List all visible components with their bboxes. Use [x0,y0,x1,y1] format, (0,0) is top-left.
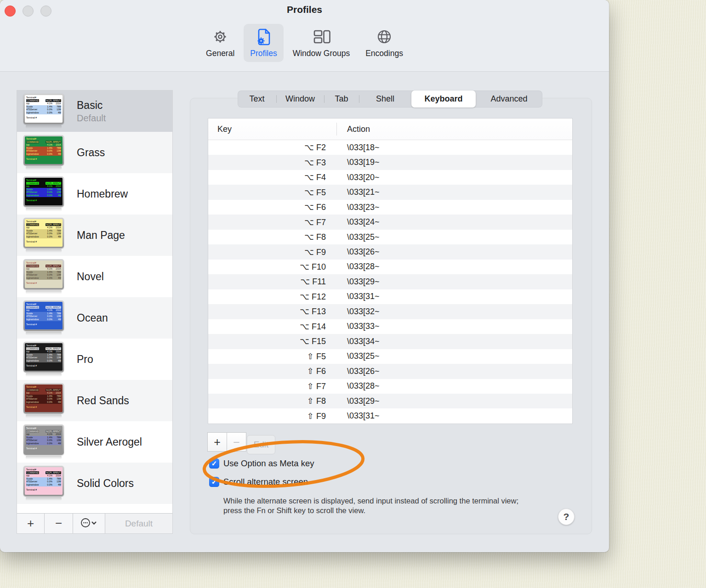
action-column-header: Action [337,124,572,134]
table-row[interactable]: ⌥ F14\033[33~ [208,319,572,334]
profile-tabs: Text Window Tab Shell Keyboard Advanced [238,90,542,107]
table-row[interactable]: ⌥ F15\033[34~ [208,334,572,349]
toolbar-item-encodings[interactable]: Encodings [359,24,410,62]
use-option-as-meta-checkbox[interactable]: ✓ [209,458,219,469]
sidebar-profile-ocean[interactable]: Terminal#COMMAND%CPURPRVTtop4.1%231KXcod… [17,297,172,339]
profile-thumbnail: Terminal#COMMAND%CPURPRVTtop4.1%231KXcod… [23,424,64,459]
key-cell: ⇧ F5 [208,351,337,362]
key-cell: ⇧ F8 [208,396,337,406]
table-row[interactable]: ⌥ F8\033[25~ [208,230,572,244]
action-cell: \033[26~ [337,247,572,257]
profile-name: Homebrew [77,188,128,200]
binding-buttons: + − [207,432,246,452]
sidebar-footer: + − Default [17,513,172,533]
sidebar-profile-homebrew[interactable]: Terminal#COMMAND%CPURPRVTtop4.1%231KXcod… [17,173,172,215]
tab-tab[interactable]: Tab [324,90,359,107]
window-title: Profiles [0,4,609,15]
toolbar-label: Encodings [365,49,403,58]
table-row[interactable]: ⌥ F6\033[23~ [208,200,572,215]
tab-window[interactable]: Window [276,90,324,107]
gear-icon [211,27,229,47]
sidebar-profile-pro[interactable]: Terminal#COMMAND%CPURPRVTtop4.1%231KXcod… [17,339,172,380]
sidebar-profile-basic[interactable]: Terminal#COMMAND%CPURPRVTtop4.1%231KXcod… [17,90,172,132]
key-cell: ⇧ F6 [208,366,337,376]
action-cell: \033[25~ [337,232,572,242]
table-row[interactable]: ⇧ F7\033[28~ [208,379,572,394]
key-cell: ⌥ F10 [208,262,337,272]
profile-thumbnail: Terminal#COMMAND%CPURPRVTtop4.1%231KXcod… [23,176,64,211]
action-cell: \033[26~ [337,367,572,376]
scroll-alternate-screen-checkbox-row: ✓ Scroll alternate screen [209,477,308,487]
action-cell: \033[18~ [337,143,572,153]
edit-binding-button[interactable]: Edit [247,435,275,454]
table-row[interactable]: ⇧ F8\033[29~ [208,394,572,408]
table-row[interactable]: ⌥ F3\033[19~ [208,155,572,170]
sidebar-profile-red-sands[interactable]: Terminal#COMMAND%CPURPRVTtop4.1%231KXcod… [17,380,172,421]
tab-text[interactable]: Text [238,90,276,107]
toolbar-label: Window Groups [293,49,350,58]
table-row[interactable]: ⌥ F4\033[20~ [208,170,572,185]
action-cell: \033[28~ [337,262,572,271]
sidebar-profile-grass[interactable]: Terminal#COMMAND%CPURPRVTtop4.1%231KXcod… [17,132,172,173]
profile-name: Pro [77,353,93,366]
profile-name: Ocean [77,312,108,324]
checkbox-label: Use Option as Meta key [223,458,314,469]
profile-thumbnail: Terminal#COMMAND%CPURPRVTtop4.1%231KXcod… [23,259,64,294]
table-row[interactable]: ⌥ F10\033[28~ [208,260,572,274]
toolbar: General [0,24,609,62]
use-option-as-meta-checkbox-row: ✓ Use Option as Meta key [209,458,314,469]
key-bindings-table: Key Action ⌥ F2\033[18~⌥ F3\033[19~⌥ F4\… [208,119,572,424]
key-cell: ⌥ F14 [208,322,337,332]
profile-name: Novel [77,271,104,283]
key-cell: ⌥ F8 [208,232,337,242]
preferences-window: Profiles [0,0,609,552]
window-groups-icon [311,27,331,47]
remove-binding-button[interactable]: − [227,432,246,452]
table-body: ⌥ F2\033[18~⌥ F3\033[19~⌥ F4\033[20~⌥ F5… [208,140,572,424]
key-cell: ⌥ F7 [208,217,337,227]
add-binding-button[interactable]: + [207,432,227,452]
toolbar-item-profiles[interactable]: Profiles [244,24,283,62]
profile-subtitle: Default [77,113,106,124]
sidebar-profile-solid-colors[interactable]: Terminal#COMMAND%CPURPRVTtop4.1%231KXcod… [17,463,172,504]
table-row[interactable]: ⌥ F9\033[26~ [208,244,572,259]
action-cell: \033[28~ [337,381,572,391]
table-row[interactable]: ⇧ F9\033[31~ [208,408,572,423]
add-profile-button[interactable]: + [17,514,45,533]
action-cell: \033[21~ [337,187,572,197]
table-row[interactable]: ⇧ F5\033[25~ [208,349,572,364]
profile-name: Grass [77,147,105,159]
remove-profile-button[interactable]: − [45,514,73,533]
profile-thumbnail: Terminal#COMMAND%CPURPRVTtop4.1%231KXcod… [23,300,64,335]
tab-advanced[interactable]: Advanced [476,90,542,107]
profile-list: Terminal#COMMAND%CPURPRVTtop4.1%231KXcod… [17,90,172,514]
key-cell: ⌥ F11 [208,277,337,287]
sidebar-profile-man-page[interactable]: Terminal#COMMAND%CPURPRVTtop4.1%231KXcod… [17,215,172,256]
tab-shell[interactable]: Shell [359,90,411,107]
tab-keyboard[interactable]: Keyboard [411,90,476,107]
toolbar-label: Profiles [250,49,277,58]
table-row[interactable]: ⌥ F2\033[18~ [208,140,572,155]
sidebar-profile-silver-aerogel[interactable]: Terminal#COMMAND%CPURPRVTtop4.1%231KXcod… [17,421,172,463]
scroll-alternate-screen-checkbox[interactable]: ✓ [209,477,219,487]
action-cell: \033[25~ [337,351,572,361]
default-button[interactable]: Default [105,514,172,533]
profile-thumbnail: Terminal#COMMAND%CPURPRVTtop4.1%231KXcod… [23,383,64,418]
action-cell: \033[20~ [337,173,572,182]
profile-name: Basic [77,99,106,112]
table-row[interactable]: ⌥ F7\033[24~ [208,215,572,229]
table-row[interactable]: ⌥ F12\033[31~ [208,289,572,304]
profile-document-icon [255,27,273,47]
table-row[interactable]: ⇧ F6\033[26~ [208,364,572,379]
toolbar-item-general[interactable]: General [199,24,241,62]
help-button[interactable]: ? [558,509,575,525]
action-cell: \033[32~ [337,307,572,317]
key-cell: ⌥ F13 [208,306,337,317]
profile-actions-menu-button[interactable] [73,514,105,533]
table-row[interactable]: ⌥ F13\033[32~ [208,304,572,319]
table-row[interactable]: ⌥ F11\033[29~ [208,274,572,289]
sidebar-profile-novel[interactable]: Terminal#COMMAND%CPURPRVTtop4.1%231KXcod… [17,256,172,297]
toolbar-item-window-groups[interactable]: Window Groups [286,24,357,62]
profile-name: Man Page [77,229,125,242]
table-row[interactable]: ⌥ F5\033[21~ [208,185,572,199]
